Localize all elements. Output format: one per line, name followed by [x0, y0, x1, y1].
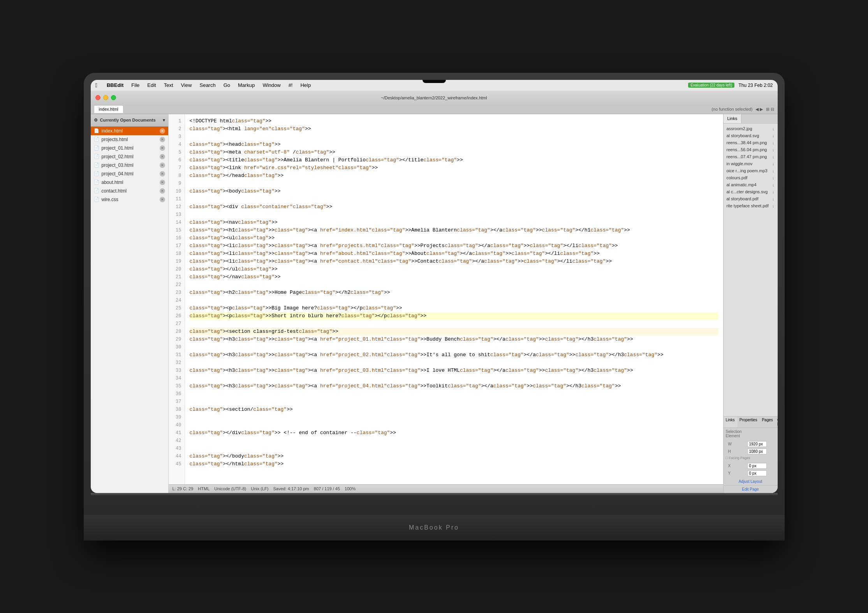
right-tab-links[interactable]: Links	[724, 417, 737, 428]
y-input[interactable]	[747, 470, 767, 476]
zoom-level[interactable]: 100%	[345, 486, 356, 491]
editor-area[interactable]: 1234567891011121314151617181920212223242…	[169, 114, 723, 493]
line-number-28: 28	[176, 328, 181, 336]
code-line-25: class="tag"><pclass="tag">>Big Image her…	[190, 304, 718, 312]
right-panel-file-item[interactable]: rite typeface sheet.pdf ↓	[724, 202, 778, 209]
fullscreen-button[interactable]	[111, 95, 116, 100]
sidebar-filename: projects.html	[102, 137, 128, 142]
menu-bbedit[interactable]: BBEdit	[107, 82, 123, 88]
file-icon: 📄	[94, 137, 99, 142]
minimize-button[interactable]	[103, 95, 108, 100]
line-number-25: 25	[176, 304, 181, 312]
rp-file-badge: ↓	[772, 154, 775, 159]
right-panel-tab-links[interactable]: Links	[724, 114, 742, 123]
line-number-32: 32	[176, 359, 181, 367]
menu-markup[interactable]: Markup	[238, 82, 255, 88]
line-number-26: 26	[176, 312, 181, 320]
right-panel-file-item[interactable]: reens...07.47 pm.png ↓	[724, 153, 778, 160]
menu-help[interactable]: Help	[300, 82, 311, 88]
edit-page-button[interactable]: Edit Page	[724, 485, 778, 493]
close-file-icon[interactable]: ✕	[160, 180, 165, 185]
code-line-6: class="tag"><titleclass="tag">>Amelia Bl…	[190, 156, 718, 164]
function-selector[interactable]: (no function selected)	[711, 107, 752, 111]
sidebar-file-contact_html[interactable]: 📄 contact.html ✕	[91, 187, 168, 195]
close-file-icon[interactable]: ✕	[160, 171, 165, 177]
rp-file-badge: ↓	[772, 196, 775, 201]
sidebar-file-project_04_html[interactable]: 📄 project_04.html ✕	[91, 170, 168, 178]
line-number-41: 41	[176, 429, 181, 437]
menu-search[interactable]: Search	[199, 82, 215, 88]
line-number-15: 15	[176, 226, 181, 234]
rp-file-badge: ↓	[772, 126, 775, 131]
rp-filename: colours.pdf	[727, 175, 748, 180]
menu-go[interactable]: Go	[224, 82, 230, 88]
sidebar-file-index_html[interactable]: 📄 index.html ✕	[91, 127, 168, 135]
right-panel-file-item[interactable]: al storyboard.svg ↓	[724, 132, 778, 139]
sidebar-file-project_01_html[interactable]: 📄 project_01.html ✕	[91, 144, 168, 152]
width-input[interactable]	[747, 441, 767, 447]
sidebar-file-about_html[interactable]: 📄 about.html ✕	[91, 178, 168, 187]
window-tab-index[interactable]: index.html	[94, 105, 123, 113]
right-tab-properties[interactable]: Properties	[737, 417, 760, 428]
encoding-indicator[interactable]: Unicode (UTF-8)	[214, 486, 246, 491]
code-line-31: class="tag"><h3class="tag">>class="tag">…	[190, 351, 718, 359]
close-file-icon[interactable]: ✕	[160, 188, 165, 194]
close-file-icon[interactable]: ✕	[160, 197, 165, 202]
menu-file[interactable]: File	[131, 82, 139, 88]
code-line-3	[190, 133, 718, 141]
close-file-icon[interactable]: ✕	[160, 163, 165, 168]
close-file-icon[interactable]: ✕	[160, 128, 165, 134]
language-indicator[interactable]: HTML	[198, 486, 210, 491]
rp-filename: al animatic.mp4	[727, 182, 757, 187]
line-numbers: 1234567891011121314151617181920212223242…	[169, 114, 185, 484]
sidebar-file-projects_html[interactable]: 📄 projects.html ✕	[91, 135, 168, 144]
right-panel-file-item[interactable]: in wiggle.mov ↓	[724, 160, 778, 167]
menu-edit[interactable]: Edit	[147, 82, 156, 88]
menu-window[interactable]: Window	[262, 82, 280, 88]
adjust-layout-button[interactable]: Adjust Layout	[724, 478, 778, 485]
right-panel-file-item[interactable]: reens...56.04 pm.png ↓	[724, 146, 778, 153]
code-line-27	[190, 320, 718, 328]
menu-view[interactable]: View	[181, 82, 192, 88]
right-panel-file-item[interactable]: colours.pdf ↓	[724, 174, 778, 181]
close-file-icon[interactable]: ✕	[160, 154, 165, 159]
tab-label: index.html	[99, 107, 118, 111]
close-button[interactable]	[95, 95, 100, 100]
right-panel-file-item[interactable]: oice r...ing poem.mp3 ↓	[724, 167, 778, 174]
code-line-33: class="tag"><h3class="tag">>class="tag">…	[190, 367, 718, 375]
right-tab-cc[interactable]: CC Libraries	[775, 417, 778, 428]
menu-text[interactable]: Text	[164, 82, 173, 88]
right-tab-pages[interactable]: Pages	[759, 417, 775, 428]
sidebar-filename: project_03.html	[102, 163, 134, 168]
nav-arrows[interactable]: ◀ ▶	[755, 107, 763, 112]
line-number-16: 16	[176, 234, 181, 242]
right-panel-file-item[interactable]: reens...38.44 pm.png ↓	[724, 139, 778, 146]
rp-file-badge: ↓	[772, 189, 775, 194]
right-panel-file-item[interactable]: assroom2.jpg ↓	[724, 125, 778, 132]
code-line-30	[190, 343, 718, 351]
right-panel-file-item[interactable]: al storyboard.pdf ↓	[724, 195, 778, 202]
sidebar-file-project_02_html[interactable]: 📄 project_02.html ✕	[91, 152, 168, 161]
code-lines[interactable]: <!DOCTYPE htmlclass="tag">>class="tag"><…	[185, 114, 723, 484]
right-panel-file-item[interactable]: al c...cter designs.svg ↓	[724, 188, 778, 195]
menu-hash[interactable]: #!	[289, 82, 293, 88]
sidebar-chevron-icon[interactable]: ▾	[163, 118, 165, 123]
code-line-7: class="tag"><link href="wire.css" rel="s…	[190, 164, 718, 172]
sidebar-file-project_03_html[interactable]: 📄 project_03.html ✕	[91, 161, 168, 170]
sidebar-file-wire_css[interactable]: 📄 wire.css ✕	[91, 195, 168, 204]
right-panel-file-item[interactable]: al animatic.mp4 ↓	[724, 181, 778, 188]
panel-controls[interactable]: ⊞ ⊟	[766, 107, 774, 112]
rp-filename: oice r...ing poem.mp3	[727, 168, 768, 173]
camera-notch	[423, 80, 446, 83]
x-input[interactable]	[747, 463, 767, 469]
height-input[interactable]	[747, 449, 767, 454]
traffic-lights	[95, 95, 116, 100]
code-line-21: class="tag"></navclass="tag">>	[190, 273, 718, 281]
code-line-12: class="tag"><div class="container"class=…	[190, 203, 718, 211]
close-file-icon[interactable]: ✕	[160, 137, 165, 142]
sidebar-settings-icon[interactable]: ⚙	[94, 118, 98, 123]
close-file-icon[interactable]: ✕	[160, 145, 165, 151]
apple-logo-icon: 	[95, 82, 97, 88]
line-ending-indicator[interactable]: Unix (LF)	[251, 486, 268, 491]
line-number-37: 37	[176, 398, 181, 406]
